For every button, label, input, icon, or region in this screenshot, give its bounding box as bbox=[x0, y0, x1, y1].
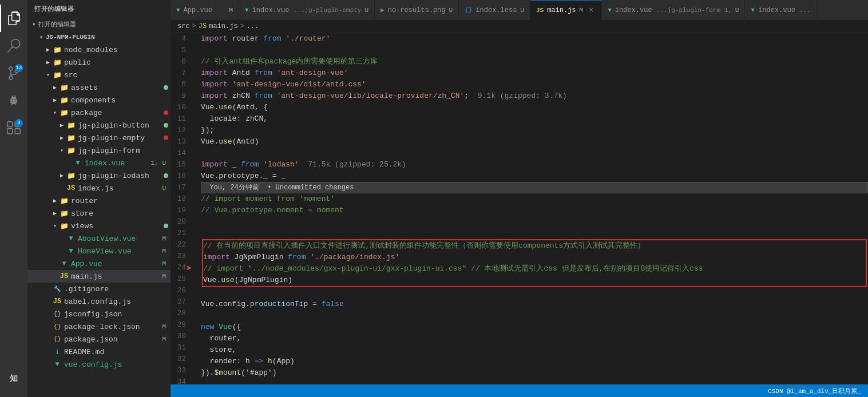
code-line-9: import zhCN from 'ant-design-vue/lib/loc… bbox=[201, 90, 868, 102]
git-icon[interactable]: 13 bbox=[0, 59, 27, 87]
explorer-icon[interactable] bbox=[0, 5, 27, 32]
code-line-26 bbox=[201, 287, 868, 299]
tab-app-vue[interactable]: ▼ App.vue M bbox=[171, 0, 239, 20]
code-line-31: store, bbox=[201, 344, 868, 356]
code-line-5 bbox=[201, 45, 868, 56]
code-line-19: // Vue.prototype.moment = moment bbox=[201, 205, 868, 216]
sidebar-item-src[interactable]: ▾ 📁 src bbox=[27, 69, 171, 81]
extensions-icon[interactable]: 8 bbox=[0, 114, 27, 142]
code-line-20 bbox=[201, 216, 868, 228]
md-icon: ℹ bbox=[53, 347, 62, 356]
chevron-down-icon: ▾ bbox=[32, 21, 36, 28]
folder-icon: 📁 bbox=[60, 96, 69, 105]
git-badge: 13 bbox=[15, 64, 23, 72]
breadcrumb-ellipsis: ... bbox=[247, 22, 259, 30]
debug-icon[interactable] bbox=[0, 87, 27, 114]
open-editors-group[interactable]: ▾ 打开的编辑器 bbox=[27, 18, 171, 31]
tab-main-js[interactable]: JS main.js M × bbox=[530, 0, 602, 20]
code-line-27: Vue.config.productionTip = false bbox=[201, 299, 868, 310]
csdn-icon[interactable]: 知 bbox=[0, 365, 27, 392]
sidebar-item-public[interactable]: ▶ 📁 public bbox=[27, 56, 171, 69]
sidebar-item-aboutview[interactable]: ▶ ▼ AboutView.vue M bbox=[27, 232, 171, 245]
red-border-block: // 在当前的项目直接引入插件入口文件进行测试,测试封装的组件功能完整性（否则你… bbox=[202, 239, 867, 287]
code-line-28 bbox=[201, 310, 868, 321]
tab-index-vue-last[interactable]: ▼ index.vue ... bbox=[745, 0, 817, 20]
code-line-30: router, bbox=[201, 333, 868, 344]
code-line-21 bbox=[201, 228, 868, 239]
folder-icon: 📁 bbox=[53, 45, 62, 54]
sidebar-item-components[interactable]: ▶ 📁 components bbox=[27, 94, 171, 106]
sidebar-item-vue-config[interactable]: ▶ ▼ vue.config.js bbox=[27, 358, 171, 371]
sidebar-item-main-js[interactable]: ▶ JS main.js M bbox=[27, 270, 171, 283]
breadcrumb-mainjs: main.js bbox=[209, 22, 237, 30]
file-badge: M bbox=[162, 336, 166, 343]
sidebar-item-index-vue-form[interactable]: ▶ ▼ index.vue 1, U bbox=[27, 157, 171, 169]
code-line-18: // import moment from 'moment' bbox=[201, 193, 868, 205]
breadcrumb-js: JS bbox=[199, 22, 207, 30]
sidebar-item-homeview[interactable]: ▶ ▼ HomeView.vue M bbox=[27, 245, 171, 257]
code-line-23: import JgNpmPlugin from './package/index… bbox=[203, 252, 866, 263]
code-line-17: You, 24分钟前 • Uncommitted changes bbox=[201, 182, 868, 193]
sidebar-item-views[interactable]: ▾ 📁 views bbox=[27, 220, 171, 232]
tab-bar: ▼ App.vue M ▼ index.vue ...jg-plugin-emp… bbox=[171, 0, 868, 20]
tab-index-vue-form[interactable]: ▼ index.vue ...jg-plugin-form 1, U bbox=[602, 0, 745, 20]
sidebar-item-babel[interactable]: ▶ JS babel.config.js bbox=[27, 295, 171, 308]
sidebar-item-gitignore[interactable]: ▶ 🔧 .gitignore bbox=[27, 283, 171, 295]
tab-index-vue-empty[interactable]: ▼ index.vue ...jg-plugin-empty U bbox=[239, 0, 375, 20]
status-dot bbox=[164, 85, 168, 90]
tab-close-button[interactable]: × bbox=[586, 6, 596, 15]
sidebar-project-root[interactable]: ▾ JG-NPM-PLUGIN bbox=[27, 31, 171, 43]
folder-icon: 📁 bbox=[60, 83, 69, 92]
file-badge: 1, U bbox=[151, 160, 166, 166]
sidebar-item-node-modules[interactable]: ▶ 📁 node_modules bbox=[27, 43, 171, 56]
file-badge: M bbox=[162, 248, 166, 255]
code-line-22: // 在当前的项目直接引入插件入口文件进行测试,测试封装的组件功能完整性（否则你… bbox=[203, 240, 866, 252]
sidebar-item-store[interactable]: ▶ 📁 store bbox=[27, 207, 171, 220]
tab-index-less[interactable]: {} index.less U bbox=[459, 0, 530, 20]
file-badge: M bbox=[162, 273, 166, 280]
sidebar-item-jg-plugin-empty[interactable]: ▶ 📁 jg-plugin-empty bbox=[27, 132, 171, 144]
code-line-24: ➤ // import "../node_modules/gxx-plugin-… bbox=[203, 263, 866, 275]
json-icon: {} bbox=[53, 309, 62, 319]
activity-bar: 13 8 知 bbox=[0, 0, 27, 397]
breadcrumb-src: src bbox=[177, 22, 190, 30]
sidebar: 打开的编辑器 ▾ 打开的编辑器 ▾ JG-NPM-PLUGIN ▶ 📁 node… bbox=[27, 0, 171, 397]
vue-icon: ▼ bbox=[73, 158, 82, 168]
sidebar-item-jg-plugin-lodash[interactable]: ▶ 📁 jg-plugin-lodash bbox=[27, 169, 171, 182]
sidebar-item-jg-plugin-form[interactable]: ▾ 📁 jg-plugin-form bbox=[27, 144, 171, 157]
sidebar-item-app-vue[interactable]: ▶ ▼ App.vue M bbox=[27, 257, 171, 270]
sidebar-item-jg-plugin-button[interactable]: ▶ 📁 jg-plugin-button bbox=[27, 119, 171, 132]
code-line-16: Vue.prototype._ = _ bbox=[201, 170, 868, 182]
line-numbers: 4 5 6 7 8 9 10 11 12 13 14 15 16 17 18 1… bbox=[171, 33, 196, 384]
sidebar-item-index-js[interactable]: ▶ JS index.js U bbox=[27, 182, 171, 194]
vue-icon: ▼ bbox=[53, 360, 62, 369]
vue-tab-icon: ▼ bbox=[176, 7, 180, 14]
status-right: CSDN @i_am_a_div_日积月累_ bbox=[768, 387, 861, 395]
status-dot bbox=[164, 110, 168, 115]
folder-icon: 📁 bbox=[66, 171, 76, 180]
vue-tab-icon: ▼ bbox=[751, 7, 755, 14]
folder-icon: 📁 bbox=[66, 133, 76, 142]
folder-icon: 📁 bbox=[66, 146, 76, 155]
search-icon[interactable] bbox=[0, 32, 27, 59]
sidebar-item-package-json[interactable]: ▶ {} package.json M bbox=[27, 333, 171, 346]
status-bar: CSDN @i_am_a_div_日积月累_ bbox=[171, 384, 868, 397]
vue-tab-icon: ▼ bbox=[245, 7, 249, 14]
code-line-15: import _ from 'lodash' 71.5k (gzipped: 2… bbox=[201, 159, 868, 170]
status-dot bbox=[164, 136, 168, 140]
sidebar-item-package[interactable]: ▾ 📁 package bbox=[27, 106, 171, 119]
code-line-12: }); bbox=[201, 125, 868, 136]
js-icon: JS bbox=[53, 297, 62, 306]
vue-tab-icon: ▼ bbox=[608, 7, 612, 14]
js-tab-icon: JS bbox=[536, 7, 544, 14]
tab-no-results[interactable]: ▶ no-results.png U bbox=[375, 0, 459, 20]
sidebar-item-readme[interactable]: ▶ ℹ README.md bbox=[27, 346, 171, 358]
sidebar-item-router[interactable]: ▶ 📁 router bbox=[27, 194, 171, 207]
code-editor[interactable]: 4 5 6 7 8 9 10 11 12 13 14 15 16 17 18 1… bbox=[171, 33, 868, 384]
vue-icon: ▼ bbox=[66, 247, 76, 256]
sidebar-item-jsconfig[interactable]: ▶ {} jsconfig.json bbox=[27, 308, 171, 320]
code-line-11: locale: zhCN, bbox=[201, 113, 868, 125]
sidebar-item-assets[interactable]: ▶ 📁 assets bbox=[27, 81, 171, 94]
sidebar-item-package-lock[interactable]: ▶ {} package-lock.json M bbox=[27, 320, 171, 333]
img-tab-icon: ▶ bbox=[381, 6, 385, 14]
